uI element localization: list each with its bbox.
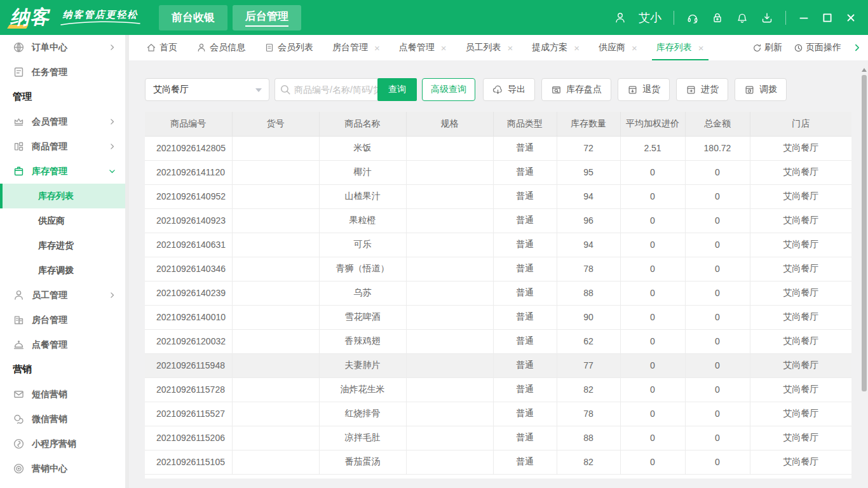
advanced-query-button[interactable]: 高级查询 bbox=[422, 78, 475, 101]
tab-close-icon[interactable]: × bbox=[374, 43, 380, 53]
table-cell: 20210926115527 bbox=[145, 402, 232, 426]
table-cell bbox=[406, 377, 493, 402]
sidebar-subitem-6[interactable]: 库存列表 bbox=[0, 184, 125, 208]
sidebar-scrollbar[interactable] bbox=[125, 35, 129, 488]
sidebar-item-17[interactable]: 营销中心 bbox=[0, 456, 125, 481]
tab-label: 供应商 bbox=[599, 42, 625, 53]
tab-2[interactable]: 会员列表 bbox=[255, 35, 323, 60]
table-cell: 艾尚餐厅 bbox=[750, 305, 851, 329]
sidebar-item-3[interactable]: 会员管理 bbox=[0, 109, 125, 134]
scroll-up-arrow-icon[interactable] bbox=[862, 68, 867, 72]
bell-icon[interactable] bbox=[736, 11, 749, 24]
store-select[interactable]: 艾尚餐厅 bbox=[145, 78, 269, 101]
tab-1[interactable]: 会员信息 bbox=[187, 35, 255, 60]
table-cell: 95 bbox=[557, 160, 620, 184]
lock-icon[interactable] bbox=[711, 11, 724, 24]
download-icon[interactable] bbox=[761, 11, 773, 24]
table-row-12[interactable]: 20210926115206凉拌毛肚普通8800艾尚餐厅 bbox=[145, 426, 851, 450]
table-cell bbox=[406, 208, 493, 233]
toolbar-button-1[interactable]: 库存盘点 bbox=[541, 78, 611, 101]
table-cell: 0 bbox=[685, 329, 750, 353]
refresh-button[interactable]: 刷新 bbox=[752, 42, 782, 53]
divider bbox=[785, 11, 786, 25]
table-row-5[interactable]: 20210926140346青狮（悟道）普通7800艾尚餐厅 bbox=[145, 257, 851, 281]
task-icon bbox=[13, 66, 25, 78]
table-row-3[interactable]: 20210926140923果粒橙普通9600艾尚餐厅 bbox=[145, 208, 851, 233]
query-button[interactable]: 查询 bbox=[377, 78, 417, 101]
sidebar-subitem-7[interactable]: 供应商 bbox=[0, 208, 125, 233]
nav-backend-admin[interactable]: 后台管理 bbox=[233, 5, 301, 30]
sidebar-item-1[interactable]: 任务管理 bbox=[0, 60, 125, 85]
sidebar-item-16[interactable]: 小程序营销 bbox=[0, 431, 125, 456]
table-cell bbox=[232, 377, 319, 402]
tab-close-icon[interactable]: × bbox=[698, 43, 704, 53]
table-cell: 艾尚餐厅 bbox=[750, 377, 851, 402]
sidebar-subitem-8[interactable]: 库存进货 bbox=[0, 233, 125, 258]
table-row-0[interactable]: 20210926142805米饭普通722.51180.72艾尚餐厅 bbox=[145, 136, 851, 160]
toolbar-button-3[interactable]: 进货 bbox=[676, 78, 728, 101]
tab-close-icon[interactable]: × bbox=[632, 43, 637, 53]
table-cell bbox=[406, 233, 493, 257]
inventory-icon bbox=[13, 165, 25, 177]
close-button[interactable] bbox=[845, 12, 857, 24]
scrollbar-thumb[interactable] bbox=[862, 75, 867, 391]
sidebar-item-10[interactable]: 员工管理 bbox=[0, 283, 125, 308]
table-cell: 艾尚餐厅 bbox=[750, 402, 851, 426]
sidebar-item-0[interactable]: 订单中心 bbox=[0, 35, 125, 60]
table-row-2[interactable]: 20210926140952山楂果汁普通9400艾尚餐厅 bbox=[145, 184, 851, 208]
tabbar-tools: 刷新 页面操作 bbox=[752, 42, 862, 53]
minimize-button[interactable] bbox=[798, 12, 810, 24]
content-scrollbar[interactable] bbox=[862, 68, 867, 391]
table-row-13[interactable]: 20210926115105番茄蛋汤普通8200艾尚餐厅 bbox=[145, 450, 851, 474]
toolbar-buttons: 导出库存盘点退货进货调拨 bbox=[483, 78, 787, 101]
table-row-9[interactable]: 20210926115948夫妻肺片普通7700艾尚餐厅 bbox=[145, 353, 851, 377]
chevron-right-icon[interactable] bbox=[853, 43, 862, 52]
table-row-10[interactable]: 20210926115728油炸花生米普通8200艾尚餐厅 bbox=[145, 377, 851, 402]
table-cell: 夫妻肺片 bbox=[319, 353, 406, 377]
table-cell: 20210926115728 bbox=[145, 377, 232, 402]
sidebar-item-15[interactable]: 微信营销 bbox=[0, 407, 125, 431]
tab-close-icon[interactable]: × bbox=[574, 43, 580, 53]
toolbar-button-2[interactable]: 退货 bbox=[618, 78, 670, 101]
tab-close-icon[interactable]: × bbox=[508, 43, 513, 53]
table-row-8[interactable]: 20210926120032香辣鸡翅普通6200艾尚餐厅 bbox=[145, 329, 851, 353]
sidebar-item-4[interactable]: 商品管理 bbox=[0, 134, 125, 159]
chevron-right-icon bbox=[108, 118, 116, 126]
page-actions-button[interactable]: 页面操作 bbox=[794, 42, 841, 53]
tab-close-icon[interactable]: × bbox=[441, 43, 447, 53]
username[interactable]: 艾小 bbox=[639, 10, 661, 25]
tab-0[interactable]: 首页 bbox=[137, 35, 187, 60]
maximize-button[interactable] bbox=[822, 12, 833, 24]
refresh-icon bbox=[752, 43, 762, 53]
table-row-7[interactable]: 20210926140010雪花啤酒普通9000艾尚餐厅 bbox=[145, 305, 851, 329]
sidebar-item-5[interactable]: 库存管理 bbox=[0, 159, 125, 184]
tab-4[interactable]: 点餐管理× bbox=[390, 35, 456, 60]
sidebar-subitem-9[interactable]: 库存调拨 bbox=[0, 258, 125, 283]
tab-5[interactable]: 员工列表× bbox=[456, 35, 523, 60]
table-row-6[interactable]: 20210926140239乌苏普通8800艾尚餐厅 bbox=[145, 281, 851, 305]
tab-3[interactable]: 房台管理× bbox=[323, 35, 390, 60]
table-cell: 78 bbox=[557, 402, 620, 426]
tab-7[interactable]: 供应商× bbox=[589, 35, 647, 60]
headset-icon[interactable] bbox=[686, 11, 699, 24]
tab-6[interactable]: 提成方案× bbox=[522, 35, 589, 60]
toolbar-button-0[interactable]: 导出 bbox=[483, 78, 535, 101]
table-cell: 0 bbox=[685, 353, 750, 377]
table-row-4[interactable]: 20210926140631可乐普通9400艾尚餐厅 bbox=[145, 233, 851, 257]
table-cell: 山楂果汁 bbox=[319, 184, 406, 208]
sidebar-item-11[interactable]: 房台管理 bbox=[0, 308, 125, 332]
table-row-1[interactable]: 20210926141120椰汁普通9500艾尚餐厅 bbox=[145, 160, 851, 184]
app-slogan: 纳客管店更轻松 bbox=[60, 9, 141, 26]
sidebar-item-14[interactable]: 短信营销 bbox=[0, 382, 125, 407]
table-cell: 艾尚餐厅 bbox=[750, 257, 851, 281]
table-cell: 0 bbox=[620, 329, 685, 353]
return-icon bbox=[627, 85, 638, 95]
nav-front-cashier[interactable]: 前台收银 bbox=[159, 5, 227, 30]
toolbar-button-4[interactable]: 调拨 bbox=[735, 78, 787, 101]
table-cell: 普通 bbox=[493, 450, 557, 474]
sidebar-item-12[interactable]: 点餐管理 bbox=[0, 332, 125, 357]
table-cell: 0 bbox=[685, 160, 750, 184]
tab-8[interactable]: 库存列表× bbox=[647, 35, 714, 60]
table-row-11[interactable]: 20210926115527红烧排骨普通7800艾尚餐厅 bbox=[145, 402, 851, 426]
goods-icon bbox=[13, 140, 25, 152]
